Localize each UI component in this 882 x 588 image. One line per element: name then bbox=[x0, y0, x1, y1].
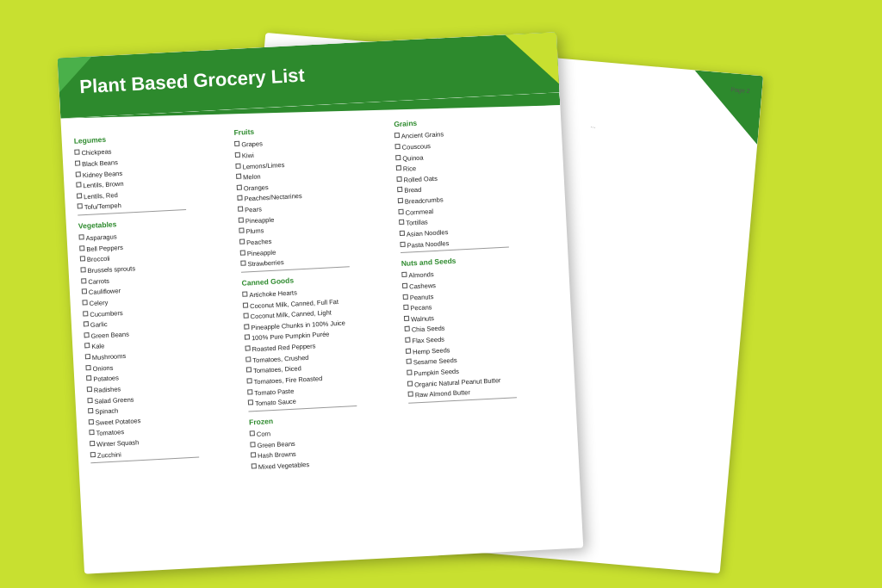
checkbox[interactable] bbox=[246, 378, 252, 383]
checkbox[interactable] bbox=[239, 238, 245, 244]
front-col2: Fruits Grapes Kiwi Lemons/Limes Melon Or… bbox=[233, 114, 407, 473]
checkbox[interactable] bbox=[394, 133, 400, 138]
checkbox[interactable] bbox=[245, 334, 250, 339]
checkbox[interactable] bbox=[408, 391, 413, 396]
checkbox[interactable] bbox=[74, 149, 79, 154]
checkbox[interactable] bbox=[89, 430, 94, 435]
checkbox[interactable] bbox=[82, 300, 87, 305]
checkbox[interactable] bbox=[405, 326, 410, 331]
page-number: Page 2 bbox=[730, 85, 750, 96]
checkbox[interactable] bbox=[396, 176, 401, 181]
checkbox[interactable] bbox=[405, 337, 410, 342]
checkbox[interactable] bbox=[245, 356, 251, 362]
checkbox[interactable] bbox=[236, 173, 241, 178]
checkbox[interactable] bbox=[396, 165, 401, 170]
checkbox[interactable] bbox=[407, 369, 412, 374]
back-col3: ... bbox=[562, 113, 742, 464]
checkbox[interactable] bbox=[89, 418, 94, 424]
checkbox[interactable] bbox=[238, 206, 243, 211]
checkbox[interactable] bbox=[242, 291, 247, 296]
checkbox[interactable] bbox=[234, 140, 239, 145]
checkbox[interactable] bbox=[245, 345, 250, 350]
checkbox[interactable] bbox=[250, 441, 255, 446]
checkbox[interactable] bbox=[407, 358, 412, 363]
checkbox[interactable] bbox=[235, 152, 240, 157]
checkbox[interactable] bbox=[252, 463, 257, 468]
checkbox[interactable] bbox=[81, 277, 86, 282]
checkbox[interactable] bbox=[82, 288, 87, 294]
checkbox[interactable] bbox=[84, 331, 89, 337]
checkbox[interactable] bbox=[239, 217, 244, 222]
checkbox[interactable] bbox=[401, 272, 407, 277]
page-title: Plant Based Grocery List bbox=[79, 48, 538, 102]
checkbox[interactable] bbox=[79, 245, 84, 251]
checkbox[interactable] bbox=[244, 324, 249, 329]
checkbox[interactable] bbox=[86, 375, 91, 381]
checkbox[interactable] bbox=[251, 452, 256, 457]
checkbox[interactable] bbox=[88, 408, 93, 413]
checkbox[interactable] bbox=[403, 294, 408, 299]
checkbox[interactable] bbox=[75, 160, 80, 165]
checkbox[interactable] bbox=[237, 184, 242, 189]
checkbox[interactable] bbox=[84, 321, 89, 326]
checkbox[interactable] bbox=[87, 397, 92, 402]
checkbox[interactable] bbox=[246, 367, 252, 372]
checkbox[interactable] bbox=[235, 163, 240, 168]
checkbox[interactable] bbox=[243, 313, 248, 318]
checkbox[interactable] bbox=[400, 230, 405, 235]
checkbox[interactable] bbox=[250, 430, 255, 436]
checkbox[interactable] bbox=[407, 381, 413, 386]
checkbox[interactable] bbox=[78, 234, 84, 239]
checkbox[interactable] bbox=[404, 315, 409, 320]
checkbox[interactable] bbox=[400, 241, 405, 246]
checkbox[interactable] bbox=[394, 143, 400, 148]
checkbox[interactable] bbox=[243, 301, 248, 306]
checkbox[interactable] bbox=[83, 310, 88, 315]
checkbox[interactable] bbox=[85, 364, 90, 369]
checkbox[interactable] bbox=[77, 193, 82, 198]
checkbox[interactable] bbox=[402, 282, 407, 288]
checkbox[interactable] bbox=[398, 197, 403, 202]
corner-triangle bbox=[58, 56, 94, 92]
checkbox[interactable] bbox=[80, 267, 85, 272]
front-col3: Grains Ancient Grains Couscous Quinoa Ri… bbox=[394, 105, 567, 464]
checkbox[interactable] bbox=[237, 195, 242, 200]
checkbox[interactable] bbox=[78, 203, 83, 208]
checkbox[interactable] bbox=[80, 256, 85, 261]
checkbox[interactable] bbox=[399, 220, 404, 225]
checkbox[interactable] bbox=[240, 250, 245, 255]
checkbox[interactable] bbox=[84, 343, 90, 348]
checkbox[interactable] bbox=[240, 260, 245, 265]
checkbox[interactable] bbox=[76, 182, 81, 187]
front-col1: Legumes Chickpeas Black Beans Kidney Bea… bbox=[73, 122, 246, 481]
checkbox[interactable] bbox=[248, 399, 253, 405]
checkbox[interactable] bbox=[398, 208, 403, 214]
header-banner: Plant Based Grocery List bbox=[58, 32, 560, 118]
checkbox[interactable] bbox=[403, 304, 408, 309]
checkbox[interactable] bbox=[239, 227, 244, 232]
front-page-body: Legumes Chickpeas Black Beans Kidney Bea… bbox=[61, 101, 579, 491]
page-front: Plant Based Grocery List Legumes Chickpe… bbox=[58, 32, 584, 574]
checkbox[interactable] bbox=[90, 440, 95, 445]
scene: Page 2 Spices & Herbs Italian Seasoning … bbox=[53, 28, 829, 561]
checkbox[interactable] bbox=[247, 388, 252, 393]
checkbox[interactable] bbox=[397, 187, 402, 192]
checkbox[interactable] bbox=[76, 170, 81, 176]
checkbox[interactable] bbox=[395, 154, 401, 159]
checkbox[interactable] bbox=[406, 348, 411, 353]
checkbox[interactable] bbox=[87, 386, 92, 391]
checkbox[interactable] bbox=[90, 451, 96, 456]
checkbox[interactable] bbox=[85, 354, 90, 359]
